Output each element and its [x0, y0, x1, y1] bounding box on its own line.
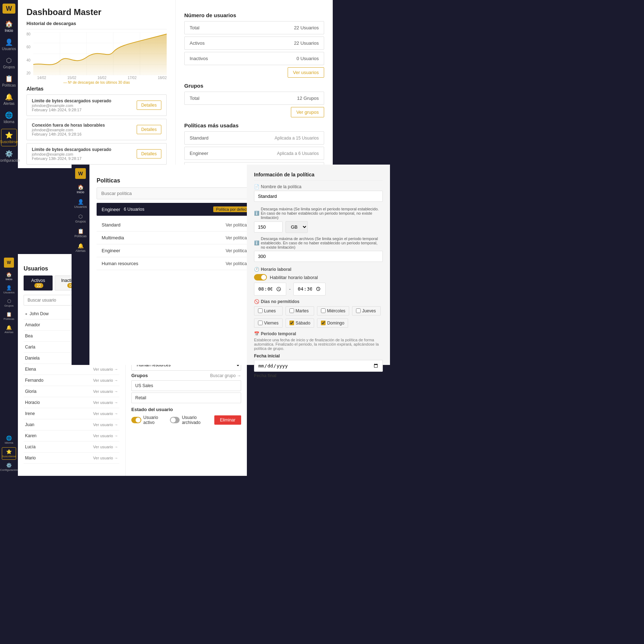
domingo-checkbox[interactable] — [321, 321, 326, 325]
dashboard-title: Dashboard Master — [26, 7, 167, 17]
ver-karen[interactable]: Ver usuario → — [93, 434, 118, 438]
miercoles-checkbox[interactable] — [321, 308, 326, 313]
sidebar-item-subscribe[interactable]: ⭐ Suscribirse — [1, 129, 17, 146]
alert-1-date: February 14th 2024, 9:28:17 — [32, 108, 137, 112]
sidebar2-politicas[interactable]: 📋 Políticas — [73, 226, 88, 240]
sidebar2-policies-icon: 📋 — [78, 228, 84, 234]
hora-fin-input[interactable] — [293, 283, 326, 296]
sidebar-item-idioma[interactable]: 🌐 Idioma — [1, 109, 17, 126]
grupos-total-stat: Total 12 Grupos — [184, 92, 324, 105]
sabado-checkbox[interactable] — [289, 321, 294, 325]
sidebar3-inicio[interactable]: 🏠 Inicio — [2, 270, 16, 282]
viernes-checkbox[interactable] — [258, 321, 263, 325]
policy-row-standard[interactable]: Standard Ver política → — [97, 219, 258, 231]
sidebar3-politicas[interactable]: 📋 Políticas — [2, 310, 16, 322]
sidebar2-inicio[interactable]: 🏠 Inicio — [73, 182, 88, 196]
max-download-input[interactable] — [254, 221, 283, 233]
sidebar-item-grupos[interactable]: ⬡ Grupos — [1, 54, 17, 71]
user-row-horacio[interactable]: Horacio Ver usuario → — [24, 397, 119, 408]
ver-mario[interactable]: Ver usuario → — [93, 456, 118, 460]
sidebar-item-usuarios[interactable]: 👤 Usuarios — [1, 36, 17, 53]
dias-checkbox-group: Lunes Martes Miércoles Jueves Viernes Sá… — [254, 306, 383, 328]
ver-usuarios-btn[interactable]: Ver usuarios — [288, 67, 324, 78]
arrow-lucia: → — [114, 445, 118, 449]
policy-row-engineer[interactable]: Engineer Ver política → — [97, 244, 258, 257]
ver-irene[interactable]: Ver usuario → — [93, 411, 118, 416]
check-jueves[interactable]: Jueves — [352, 306, 381, 316]
ver-fernando[interactable]: Ver usuario → — [93, 378, 118, 382]
check-miercoles[interactable]: Miércoles — [317, 306, 349, 316]
lunes-checkbox[interactable] — [258, 308, 263, 313]
ver-grupos-btn[interactable]: Ver grupos — [291, 107, 324, 117]
policy-row-hr[interactable]: Human resources Ver política → — [97, 257, 258, 270]
ver-horacio[interactable]: Ver usuario → — [93, 400, 118, 405]
user-row-fernando[interactable]: Fernando Ver usuario → — [24, 375, 119, 386]
policy-highlight[interactable]: Engineer 6 Usuarios Política por defecto — [97, 203, 258, 216]
alert-3-details-btn[interactable]: Detalles — [137, 149, 161, 158]
sidebar2-alertas[interactable]: 🔔 Alertas — [73, 241, 88, 254]
sidebar3-subscribe[interactable]: ⭐ Suscribirse — [2, 447, 16, 460]
hora-inicio-input[interactable] — [254, 283, 286, 296]
check-martes[interactable]: Martes — [286, 306, 314, 316]
martes-checkbox[interactable] — [289, 308, 294, 313]
ver-elena[interactable]: Ver usuario → — [93, 367, 118, 371]
policy-search-input[interactable] — [97, 187, 258, 199]
status-activo: Usuario activo — [131, 415, 164, 425]
user-row-karen[interactable]: Karen Ver usuario → — [24, 430, 119, 441]
sidebar3-usuarios[interactable]: 👤 Usuarios — [2, 284, 16, 296]
user-row-juan[interactable]: Juan Ver usuario → — [24, 419, 119, 430]
sidebar-item-inicio[interactable]: 🏠 Inicio — [1, 18, 17, 35]
user-row-irene[interactable]: Irene Ver usuario → — [24, 408, 119, 419]
jueves-checkbox[interactable] — [356, 308, 361, 313]
alert-2-details-btn[interactable]: Detalles — [137, 125, 161, 134]
max-files-input[interactable] — [254, 251, 383, 262]
inactivos-stat: Inactivos 0 Usuarios — [184, 52, 324, 65]
check-sabado[interactable]: Sábado — [286, 318, 314, 328]
sidebar3-alertas[interactable]: 🔔 Alertas — [2, 323, 16, 335]
sidebar2-usuarios[interactable]: 👤 Usuarios — [73, 197, 88, 210]
check-viernes[interactable]: Viernes — [254, 318, 283, 328]
doc-icon: 📄 — [254, 184, 259, 189]
user-row-gloria[interactable]: Gloria Ver usuario → — [24, 386, 119, 397]
check-lunes[interactable]: Lunes — [254, 306, 283, 316]
periodo-desc: Establece una fecha de inicio y de final… — [254, 338, 383, 351]
sidebar-item-politicas[interactable]: 📋 Políticas — [1, 73, 17, 89]
fecha-inicio-input[interactable] — [254, 360, 383, 372]
sidebar-item-alertas[interactable]: 🔔 Alertas — [1, 91, 17, 108]
grupos-header: Grupos Buscar grupo → — [131, 373, 241, 378]
highlight-users: 6 Usuarios — [124, 207, 144, 212]
ver-lucia[interactable]: Ver usuario → — [93, 445, 118, 449]
toggle-activo[interactable] — [131, 417, 141, 423]
status-archivado: Usuario archivado — [170, 415, 209, 425]
ver-gloria[interactable]: Ver usuario → — [93, 389, 118, 394]
user-row-elena[interactable]: Elena Ver usuario → — [24, 364, 119, 375]
horario-toggle[interactable] — [254, 274, 267, 280]
tab-activos[interactable]: Activos 22 — [24, 275, 53, 291]
check-domingo[interactable]: Domingo — [317, 318, 348, 328]
alert-item-2: Conexión fuera de horas laborables johnd… — [26, 119, 167, 140]
sidebar2-grupos[interactable]: ⬡ Grupos — [73, 212, 88, 225]
sidebar-label-config: Configuración — [0, 158, 20, 162]
sidebar2-users-icon: 👤 — [78, 199, 84, 205]
politica-info-panel: Información de la política 📄 Nombre de l… — [247, 165, 390, 365]
toggle-archivado[interactable] — [170, 417, 180, 423]
sidebar3-idioma[interactable]: 🌐 Idioma — [2, 434, 16, 446]
sidebar3-grupos[interactable]: ⬡ Grupos — [2, 297, 16, 309]
alert-3-email: johndoe@example.com — [32, 152, 137, 156]
policy-row-multimedia[interactable]: Multimedia Ver política → — [97, 231, 258, 244]
sidebar-item-config[interactable]: ⚙️ Configuración — [1, 148, 17, 165]
policy-name-input[interactable] — [254, 191, 383, 202]
sidebar-label-idioma: Idioma — [4, 120, 14, 124]
max-download-unit-select[interactable]: GBMB — [286, 221, 308, 233]
user-row-mario[interactable]: Mario Ver usuario → — [24, 453, 119, 464]
buscar-grupo-link[interactable]: Buscar grupo → — [210, 373, 241, 378]
ver-juan[interactable]: Ver usuario → — [93, 423, 118, 427]
sidebar3-star-icon: ⭐ — [6, 449, 12, 454]
alert-1-details-btn[interactable]: Detalles — [137, 101, 161, 110]
no-entry-icon: 🚫 — [254, 299, 259, 304]
sidebar3-config[interactable]: ⚙️ Configuración — [2, 461, 16, 473]
alert-2-title: Conexión fuera de horas laborables — [32, 123, 137, 128]
policy-name-hr: Human resources — [102, 261, 138, 266]
eliminar-btn[interactable]: Eliminar — [214, 415, 241, 425]
user-row-lucia[interactable]: Lucía Ver usuario → — [24, 441, 119, 453]
